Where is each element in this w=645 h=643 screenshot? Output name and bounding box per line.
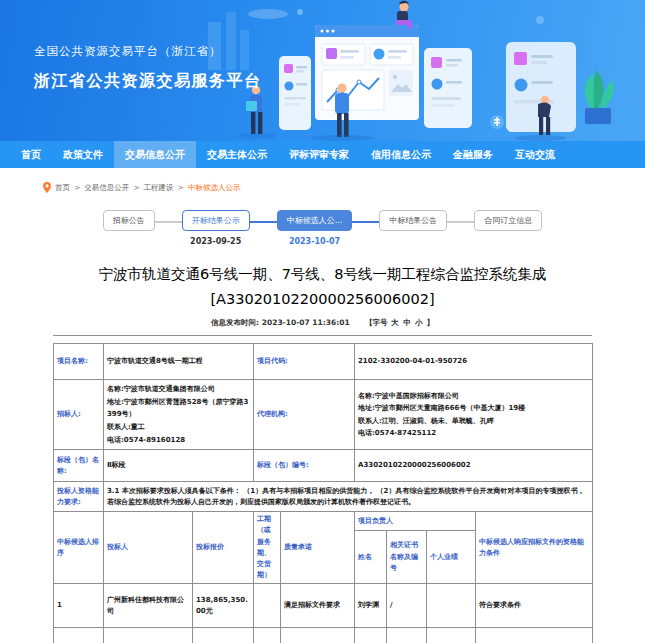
nav-item-policy[interactable]: 政策文件 <box>52 141 114 168</box>
agency-phone: 电话:0574-87425112 <box>358 427 589 440</box>
candidate-cell <box>104 628 193 643</box>
agency-address: 地址:宁波市鄞州区天童南路666号（中基大厦）19楼 <box>358 402 589 415</box>
tenderer-contact: 联系人:董工 <box>107 421 250 434</box>
candidate-row: 1 广州新科佳都科技有限公司 138,865,350.00元 满足招标文件要求 … <box>54 584 593 628</box>
tenderer-value: 名称:宁波市轨道交通集团有限公司 地址:宁波市鄞州区青莲路528号（原宁穿路33… <box>104 380 254 450</box>
header-manager-name: 姓名 <box>355 531 387 584</box>
step-box-contract-info[interactable]: 合同订立信息 <box>474 210 542 231</box>
font-size-suffix: 】 <box>426 318 434 327</box>
publish-time: 信息发布时间: 2023-10-07 11:36:01 <box>211 318 350 327</box>
location-pin-icon <box>43 182 51 193</box>
candidate-row <box>54 628 593 643</box>
header-manager-cert: 相关证书名称及编号 <box>387 531 427 584</box>
candidate-quality: 满足招标文件要求 <box>281 584 355 628</box>
project-code-value: 2102-330200-04-01-950726 <box>355 344 593 380</box>
section-name-value: Ⅱ标段 <box>104 450 254 482</box>
project-name-label: 项目名称: <box>54 344 104 380</box>
page-title-line1: 宁波市轨道交通6号线一期、7号线、8号线一期工程综合监控系统集成 <box>53 262 592 287</box>
step-connector <box>352 221 379 223</box>
divider <box>53 335 592 336</box>
step-date: 2023-10-07 <box>289 237 340 247</box>
candidate-cert: / <box>387 584 427 628</box>
tenderer-name: 名称:宁波市轨道交通集团有限公司 <box>107 383 250 396</box>
candidate-cell <box>254 628 281 643</box>
header-duration: 工期（或服务期、交货期） <box>254 512 281 584</box>
candidate-cell <box>54 628 104 643</box>
font-size-small[interactable]: 小 <box>415 318 423 327</box>
tenderer-phone: 电话:0574-89160128 <box>107 434 250 447</box>
nav-item-home[interactable]: 首页 <box>10 141 52 168</box>
step-connector <box>155 221 182 223</box>
table-row: 项目名称: 宁波市轨道交通8号线一期工程 项目代码: 2102-330200-0… <box>54 344 593 380</box>
table-row: 招标人: 名称:宁波市轨道交通集团有限公司 地址:宁波市鄞州区青莲路528号（原… <box>54 380 593 450</box>
page-title: 宁波市轨道交通6号线一期、7号线、8号线一期工程综合监控系统集成 [A33020… <box>53 262 592 311</box>
step-tender-announcement: 招标公告 <box>103 210 155 247</box>
breadcrumb-trade-info[interactable]: 交易信息公开 <box>84 183 129 193</box>
agency-value: 名称:宁波中基国际招标有限公司 地址:宁波市鄞州区天童南路666号（中基大厦）1… <box>355 380 593 450</box>
header-manager-performance: 个人业绩 <box>427 531 476 584</box>
step-box-award-result[interactable]: 中标结果公告 <box>379 210 447 231</box>
step-winning-candidates: 中标候选人公... 2023-10-07 <box>277 210 353 247</box>
breadcrumb-current: 中标候选人公示 <box>188 183 241 193</box>
step-contract-info: 合同订立信息 <box>474 210 542 247</box>
header-price: 投标报价 <box>193 512 254 584</box>
breadcrumb-separator: > <box>74 183 80 192</box>
nav-item-trade-info[interactable]: 交易信息公开 <box>114 141 196 168</box>
step-box-winning-candidates[interactable]: 中标候选人公... <box>277 210 353 231</box>
header-quality: 质量承诺 <box>281 512 355 584</box>
project-code-label: 项目代码: <box>254 344 355 380</box>
nav-item-trade-subject[interactable]: 交易主体公示 <box>196 141 278 168</box>
section-name-label: 标段（包）名称: <box>54 450 104 482</box>
candidate-cell <box>193 628 254 643</box>
font-size-prefix: 【字号 <box>365 318 388 327</box>
table-row: 标段（包）名称: Ⅱ标段 标段（包）编号: A33020102200002560… <box>54 450 593 482</box>
candidate-duration <box>254 584 281 628</box>
candidates-header-row: 中标候选人排序 投标人 投标报价 工期（或服务期、交货期） 质量承诺 项目负责人… <box>54 512 593 531</box>
nav-item-credit[interactable]: 信用信息公示 <box>360 141 442 168</box>
agency-contact: 联系人:江明、汪淑莉、杨未、单珉毓、孔晖 <box>358 415 589 428</box>
breadcrumb-engineering[interactable]: 工程建设 <box>144 183 174 193</box>
candidate-cell <box>281 628 355 643</box>
candidate-cell <box>355 628 387 643</box>
candidate-performance <box>427 584 476 628</box>
font-size-medium[interactable]: 中 <box>403 318 411 327</box>
qualification-value: 3.1 本次招标要求投标人须具备以下条件： （1）具有与本招标项目相应的供货能力… <box>104 482 593 512</box>
breadcrumb-home[interactable]: 首页 <box>55 183 70 193</box>
tenderer-label: 招标人: <box>54 380 104 450</box>
qualification-label: 投标人资格能力要求: <box>54 482 104 512</box>
candidate-cell <box>476 628 593 643</box>
step-connector <box>447 221 474 223</box>
page-title-line2: [A3302010220000256006002] <box>53 287 592 312</box>
candidate-qualification: 符合要求条件 <box>476 584 593 628</box>
step-box-tender-announcement[interactable]: 招标公告 <box>103 210 155 231</box>
candidate-rank: 1 <box>54 584 104 628</box>
step-award-result: 中标结果公告 <box>379 210 447 247</box>
candidate-cell <box>427 628 476 643</box>
nav-item-experts[interactable]: 评标评审专家 <box>278 141 360 168</box>
font-size-large[interactable]: 大 <box>391 318 399 327</box>
publish-meta: 信息发布时间: 2023-10-07 11:36:01 【字号 大 中 小 】 <box>53 318 592 328</box>
section-code-value: A3302010220000256006002 <box>355 450 593 482</box>
project-name-value: 宁波市轨道交通8号线一期工程 <box>104 344 254 380</box>
breadcrumb: 首页 > 交易信息公开 > 工程建设 > 中标候选人公示 <box>43 182 592 193</box>
section-code-label: 标段（包）编号: <box>254 450 355 482</box>
font-size-widget: 【字号 大 中 小 】 <box>365 318 434 327</box>
candidate-bidder: 广州新科佳都科技有限公司 <box>104 584 193 628</box>
header-qualification: 中标候选人响应招标文件的资格能力条件 <box>476 512 593 584</box>
header-bidder: 投标人 <box>104 512 193 584</box>
table-row: 投标人资格能力要求: 3.1 本次招标要求投标人须具备以下条件： （1）具有与本… <box>54 482 593 512</box>
header-rank: 中标候选人排序 <box>54 512 104 584</box>
process-steps: 招标公告 开标结果公示 2023-09-25 中标候选人公... 2023-10… <box>53 210 592 247</box>
step-date: 2023-09-25 <box>190 237 241 247</box>
site-title-national: 全国公共资源交易平台（浙江省） <box>34 44 262 59</box>
site-banner: 全国公共资源交易平台（浙江省） 浙江省公共资源交易服务平台 <box>0 0 645 141</box>
breadcrumb-separator: > <box>133 183 139 192</box>
nav-item-finance[interactable]: 金融服务 <box>442 141 504 168</box>
agency-name: 名称:宁波中基国际招标有限公司 <box>358 390 589 403</box>
candidate-cell <box>387 628 427 643</box>
step-bid-opening-result: 开标结果公示 2023-09-25 <box>182 210 250 247</box>
nav-item-interaction[interactable]: 互动交流 <box>504 141 566 168</box>
announcement-table: 项目名称: 宁波市轨道交通8号线一期工程 项目代码: 2102-330200-0… <box>53 343 593 643</box>
site-title-provincial: 浙江省公共资源交易服务平台 <box>34 71 262 92</box>
step-box-bid-opening-result[interactable]: 开标结果公示 <box>182 210 250 231</box>
